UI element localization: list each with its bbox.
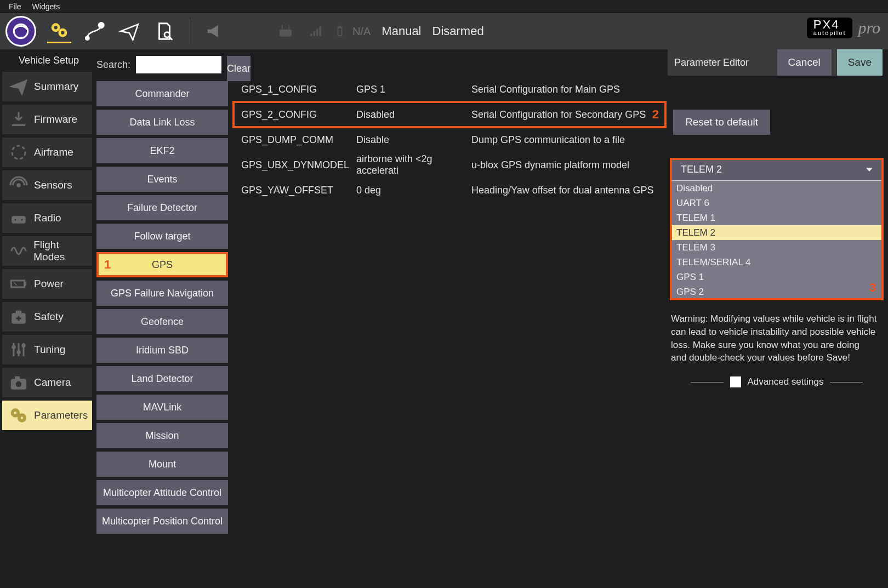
svg-rect-9 <box>280 30 292 37</box>
save-button[interactable]: Save <box>837 49 883 76</box>
sidebar-item-firmware[interactable]: Firmware <box>2 105 92 134</box>
group-follow-target[interactable]: Follow target <box>96 224 228 249</box>
group-mount[interactable]: Mount <box>96 452 228 477</box>
gears-icon <box>8 404 30 426</box>
signal-bars-icon <box>309 19 323 43</box>
cancel-button[interactable]: Cancel <box>777 49 832 76</box>
combo-option[interactable]: Disabled <box>671 181 883 196</box>
svg-point-22 <box>21 219 24 221</box>
combo-option[interactable]: UART 6 <box>671 196 883 210</box>
param-desc: Serial Configuration for Secondary GPS <box>471 109 646 121</box>
editor-title: Parameter Editor <box>674 57 749 68</box>
sidebar-item-radio[interactable]: Radio <box>2 203 92 233</box>
group-multicopter-position-control[interactable]: Multicopter Position Control <box>96 509 228 534</box>
param-name: GPS_YAW_OFFSET <box>241 185 356 196</box>
menu-file[interactable]: File <box>3 1 27 12</box>
param-row-gps_dump_comm[interactable]: GPS_DUMP_COMMDisableDump GPS communicati… <box>234 127 665 152</box>
svg-rect-12 <box>310 33 312 36</box>
group-gps[interactable]: GPS <box>96 252 228 277</box>
svg-point-8 <box>164 32 170 38</box>
sidebar-item-label: Power <box>34 278 64 290</box>
sidebar-item-label: Parameters <box>34 409 88 421</box>
svg-point-5 <box>86 37 89 40</box>
sidebar-item-power[interactable]: Power <box>2 269 92 299</box>
group-gps-failure-navigation[interactable]: GPS Failure Navigation <box>96 281 228 306</box>
svg-point-35 <box>14 412 17 415</box>
flight-mode[interactable]: Manual <box>382 24 421 38</box>
combo-option[interactable]: TELEM 2 <box>671 225 883 240</box>
reset-default-button[interactable]: Reset to default <box>673 110 770 135</box>
param-groups-column: Search: Clear CommanderData Link LossEKF… <box>93 49 231 588</box>
param-name: GPS_DUMP_COMM <box>241 134 356 146</box>
group-mavlink[interactable]: MAVLink <box>96 395 228 420</box>
group-data-link-loss[interactable]: Data Link Loss <box>96 110 228 135</box>
top-toolbar: B N/A Manual Disarmed PX4 autopi <box>0 13 888 49</box>
svg-point-21 <box>14 219 17 221</box>
gears-icon[interactable] <box>47 19 71 43</box>
sidebar-item-tuning[interactable]: Tuning <box>2 335 92 364</box>
plane-icon[interactable] <box>117 19 141 43</box>
group-ekf2[interactable]: EKF2 <box>96 138 228 163</box>
param-row-gps_yaw_offset[interactable]: GPS_YAW_OFFSET0 degHeading/Yaw offset fo… <box>234 178 665 203</box>
brand-pro: pro <box>858 19 880 37</box>
menu-widgets[interactable]: Widgets <box>27 1 66 12</box>
sidebar-title: Vehicle Setup <box>2 52 93 72</box>
brand: PX4 autopilot pro <box>807 18 880 38</box>
param-row-gps_1_config[interactable]: GPS_1_CONFIGGPS 1Serial Configuration fo… <box>234 77 665 102</box>
group-events[interactable]: Events <box>96 167 228 192</box>
rc-icon[interactable] <box>274 19 298 43</box>
sidebar-item-safety[interactable]: Safety <box>2 302 92 332</box>
sidebar-item-label: Sensors <box>34 179 72 191</box>
param-value: 0 deg <box>356 185 471 196</box>
sidebar-item-label: Firmware <box>34 113 77 125</box>
route-icon[interactable]: B <box>82 19 106 43</box>
combo-option[interactable]: TELEM 1 <box>671 210 883 225</box>
group-iridium-sbd[interactable]: Iridium SBD <box>96 338 228 363</box>
group-land-detector[interactable]: Land Detector <box>96 366 228 391</box>
sidebar-item-flight-modes[interactable]: Flight Modes <box>2 236 92 266</box>
svg-point-31 <box>15 381 22 387</box>
arm-state[interactable]: Disarmed <box>432 24 484 38</box>
svg-rect-17 <box>339 27 341 28</box>
group-failure-detector[interactable]: Failure Detector <box>96 195 228 220</box>
combo-option[interactable]: TELEM/SERIAL 4 <box>671 255 883 270</box>
satellite-icon[interactable] <box>238 19 263 43</box>
group-commander[interactable]: Commander <box>96 81 228 106</box>
param-row-gps_ubx_dynmodel[interactable]: GPS_UBX_DYNMODELairborne with <2g accele… <box>234 152 665 178</box>
doc-search-icon[interactable] <box>152 19 177 43</box>
search-input[interactable] <box>136 56 221 73</box>
annotation-3: 3 <box>869 281 876 295</box>
plane-icon <box>8 76 30 98</box>
param-table: GPS_1_CONFIGGPS 1Serial Configuration fo… <box>231 49 665 588</box>
sidebar-item-parameters[interactable]: Parameters <box>2 401 92 430</box>
param-name: GPS_1_CONFIG <box>241 84 356 95</box>
svg-rect-24 <box>25 282 26 286</box>
warning-text: Warning: Modifying values while vehicle … <box>671 312 877 364</box>
sidebar-item-camera[interactable]: Camera <box>2 368 92 397</box>
combo-option[interactable]: GPS 2 <box>671 284 883 299</box>
svg-rect-26 <box>16 311 21 315</box>
sidebar-item-label: Flight Modes <box>33 239 92 263</box>
sidebar-item-label: Tuning <box>34 344 65 356</box>
brand-badge: PX4 autopilot <box>807 18 853 38</box>
checkbox-icon[interactable] <box>730 376 741 387</box>
group-mission[interactable]: Mission <box>96 423 228 448</box>
sidebar-item-airframe[interactable]: Airframe <box>2 138 92 167</box>
advanced-settings-toggle[interactable]: Advanced settings <box>671 376 883 387</box>
svg-point-3 <box>54 26 58 29</box>
combo-option[interactable]: TELEM 3 <box>671 240 883 255</box>
sidebar-item-summary[interactable]: Summary <box>2 72 92 101</box>
group-geofence[interactable]: Geofence <box>96 309 228 334</box>
svg-point-29 <box>22 344 25 347</box>
svg-point-19 <box>17 184 20 187</box>
sidebar-item-sensors[interactable]: Sensors <box>2 170 92 200</box>
group-multicopter-attitude-control[interactable]: Multicopter Attitude Control <box>96 480 228 505</box>
param-row-gps_2_config[interactable]: GPS_2_CONFIGDisabledSerial Configuration… <box>234 102 665 127</box>
value-combobox[interactable]: TELEM 2 DisabledUART 6TELEM 1TELEM 2TELE… <box>671 159 883 299</box>
param-value: airborne with <2g accelerati <box>356 153 471 176</box>
medkit-icon <box>8 306 30 328</box>
app-logo-icon[interactable] <box>5 16 36 47</box>
combobox-value: TELEM 2 <box>681 164 722 175</box>
megaphone-icon[interactable] <box>203 19 227 43</box>
combo-option[interactable]: GPS 1 <box>671 270 883 284</box>
